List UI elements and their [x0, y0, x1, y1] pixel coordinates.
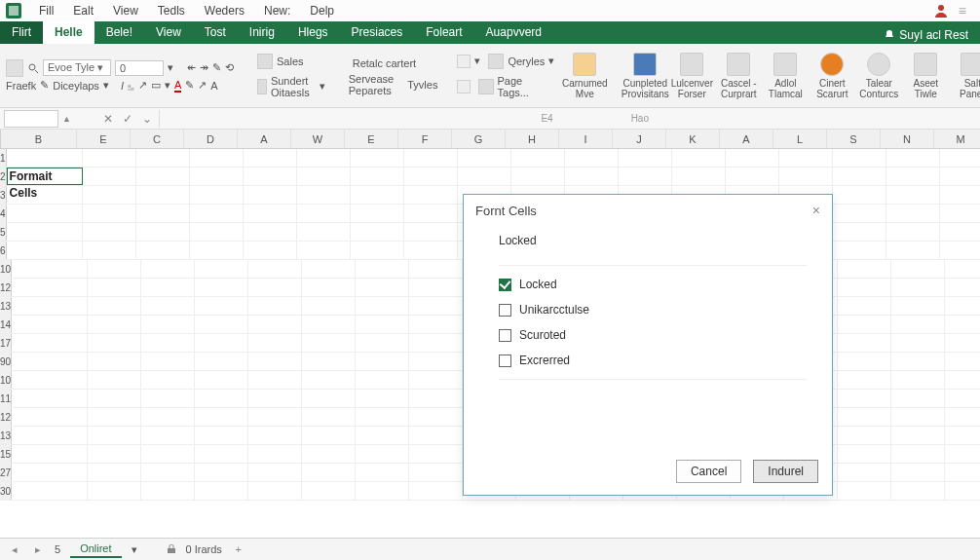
tab-home[interactable]: Helle [43, 21, 94, 44]
cell[interactable] [195, 371, 248, 389]
cell[interactable] [12, 390, 88, 407]
cell[interactable] [891, 390, 945, 407]
carnumed-button[interactable]: Carnumed Mve [564, 51, 605, 101]
option[interactable]: Excrerred [499, 354, 807, 367]
cell[interactable] [141, 371, 195, 389]
cell[interactable] [356, 427, 409, 444]
cell[interactable] [12, 445, 88, 463]
menu-item[interactable]: Fill [29, 2, 63, 19]
cell[interactable] [409, 334, 463, 352]
row-header[interactable]: 30 [0, 482, 12, 500]
col-header[interactable]: J [613, 130, 666, 148]
cell[interactable] [945, 482, 980, 500]
cell[interactable] [248, 353, 302, 370]
ok-button[interactable]: Indurel [753, 460, 818, 483]
cell[interactable] [940, 205, 980, 222]
cell[interactable] [195, 279, 248, 296]
cell[interactable] [356, 316, 409, 333]
cell[interactable] [833, 168, 886, 185]
cell[interactable] [12, 316, 88, 333]
tab[interactable]: Auapvverd [474, 21, 553, 44]
dropdown-icon[interactable]: ▲ [62, 114, 71, 124]
tab[interactable]: Foleart [414, 21, 473, 44]
cell[interactable] [302, 316, 356, 333]
tab[interactable]: Tost [193, 21, 238, 44]
cell[interactable] [838, 316, 891, 333]
col-header[interactable]: A [720, 130, 773, 148]
cell[interactable] [351, 223, 404, 241]
big-button[interactable]: Aseet Tiwle [905, 51, 946, 101]
cell[interactable] [565, 168, 619, 185]
cell[interactable] [838, 260, 891, 278]
cell[interactable] [136, 186, 190, 204]
cell[interactable] [83, 168, 136, 185]
cell[interactable] [838, 297, 891, 315]
cell[interactable] [886, 205, 940, 222]
big-button[interactable]: Salt Paner [952, 51, 980, 101]
option[interactable]: Unikarcctulse [499, 303, 807, 317]
cell[interactable] [136, 168, 190, 185]
cell[interactable] [88, 334, 141, 352]
cell[interactable] [302, 427, 356, 444]
cell[interactable] [83, 186, 136, 204]
menu-item[interactable]: Weders [195, 2, 254, 19]
col-header[interactable]: K [666, 130, 720, 148]
cell[interactable] [141, 316, 195, 333]
cell[interactable] [891, 445, 945, 463]
cell[interactable] [141, 279, 195, 296]
row-header[interactable]: 12 [0, 279, 12, 296]
font-name-select[interactable]: Evoe Tyle ▾ [43, 59, 111, 76]
cell[interactable] [833, 149, 886, 167]
pagetags-button[interactable]: Page Tags... [474, 73, 558, 100]
cell[interactable] [945, 279, 980, 296]
name-box[interactable] [4, 110, 58, 128]
brush-icon[interactable]: ✎ [40, 79, 49, 92]
cell[interactable] [351, 242, 404, 259]
cell[interactable] [404, 149, 458, 167]
menu-item[interactable]: New: [254, 2, 300, 19]
cell[interactable] [356, 464, 409, 481]
cell[interactable] [248, 427, 302, 444]
tab[interactable]: Presiaces [340, 21, 415, 44]
cell[interactable] [195, 260, 248, 278]
cell[interactable] [838, 464, 891, 481]
cell[interactable] [945, 297, 980, 315]
user-icon[interactable] [933, 3, 949, 19]
sheet-menu-icon[interactable]: ▾ [132, 543, 137, 556]
cell[interactable] [409, 464, 463, 481]
cell[interactable] [136, 242, 190, 259]
cell[interactable] [409, 353, 463, 370]
cell[interactable] [248, 297, 302, 315]
col-header[interactable]: I [559, 130, 613, 148]
cell[interactable] [195, 353, 248, 370]
col-header[interactable]: D [184, 130, 238, 148]
tool-icon[interactable]: ↞ [187, 61, 196, 74]
close-icon[interactable]: × [812, 203, 820, 218]
cell[interactable] [7, 242, 83, 259]
cell[interactable] [409, 297, 463, 315]
row-header[interactable]: 15 [0, 445, 12, 463]
cell[interactable] [12, 260, 88, 278]
tool-icon[interactable]: ↗ [138, 79, 147, 92]
cell[interactable] [891, 371, 945, 389]
cell[interactable] [351, 186, 404, 204]
cell[interactable] [886, 223, 940, 241]
cell[interactable] [838, 427, 891, 444]
checkbox-icon[interactable] [499, 279, 511, 291]
cell[interactable] [940, 223, 980, 241]
label[interactable]: Tyvles [407, 79, 437, 91]
tool-icon[interactable]: ✎ [185, 79, 194, 92]
cell[interactable] [141, 390, 195, 407]
cell[interactable] [83, 223, 136, 241]
cell[interactable] [672, 168, 726, 185]
cell[interactable] [195, 464, 248, 481]
cell[interactable] [511, 149, 565, 167]
menu-item[interactable]: Delp [300, 2, 344, 19]
cell[interactable] [7, 149, 83, 167]
cell[interactable] [244, 186, 297, 204]
cell[interactable] [833, 205, 886, 222]
cell[interactable] [726, 149, 779, 167]
cell[interactable] [302, 482, 356, 500]
menu-item[interactable]: Ealt [63, 2, 103, 19]
fx-icon[interactable]: ⌄ [142, 112, 156, 126]
